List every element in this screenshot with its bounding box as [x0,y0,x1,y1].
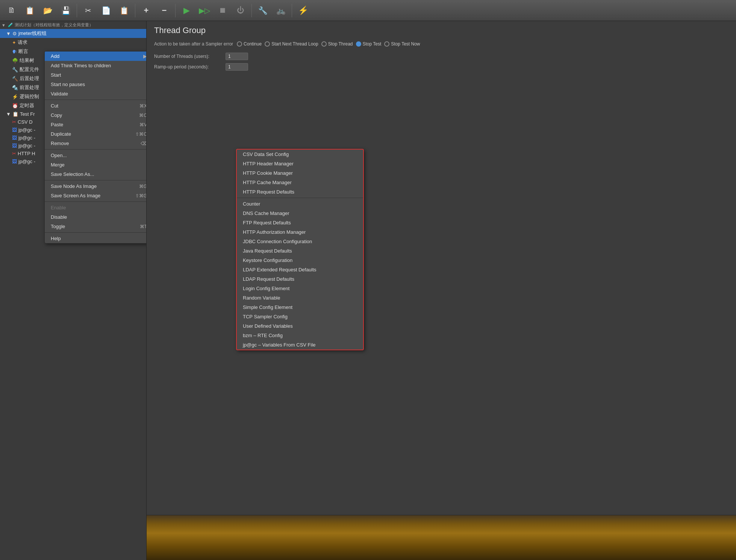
root-icon: 🧪 [8,23,13,27]
config-http-cache[interactable]: HTTP Cache Manager [237,178,363,187]
context-menu-add[interactable]: Add ▶ [45,51,147,61]
radio-label-stop-thread: Stop Thread [328,41,353,47]
tree-item-jmeter[interactable]: ▼ ⚙ jmeter线程组 [0,29,146,38]
context-menu-remove[interactable]: Remove ⌫ [45,139,147,148]
expand-button[interactable]: + [138,2,155,19]
context-menu-help[interactable]: Help [45,234,147,243]
radio-label-start-next: Start Next Thread Loop [271,41,318,47]
clear-all-button[interactable]: 🚲 [272,2,289,19]
radio-stop-test[interactable]: Stop Test [356,41,382,47]
config-dns-cache[interactable]: DNS Cache Manager [237,209,363,218]
ramp-up-input[interactable] [226,63,248,71]
expand-icon: ▼ [6,111,11,117]
config-simple[interactable]: Simple Config Element [237,303,363,312]
context-menu-add-think-times[interactable]: Add Think Times to children [45,61,147,70]
context-menu-disable[interactable]: Disable [45,212,147,222]
radio-circle-continue [237,41,242,47]
clear-button[interactable]: 🔧 [254,2,271,19]
config-ldap-defaults[interactable]: LDAP Request Defaults [237,274,363,284]
config-http-cookie[interactable]: HTTP Cookie Manager [237,168,363,178]
context-menu: Add ▶ Add Think Times to children Start … [44,51,147,244]
num-threads-label: Number of Threads (users): [154,54,222,59]
item-label: 后置处理 [20,75,39,82]
main-layout: ▼ 🧪 测试计划（对线程组有效，定义全局变量） ▼ ⚙ jmeter线程组 ✦ … [0,21,736,560]
expand-icon: ▼ [6,31,11,36]
cut-button[interactable]: ✂ [79,2,97,19]
item-label: 结果树 [20,57,34,64]
paste-button[interactable]: 📋 [115,2,133,19]
run-button[interactable]: ▶ [178,2,195,19]
item-icon: ⚙ [12,31,17,36]
save-button[interactable]: 💾 [57,2,74,19]
stop-button[interactable]: ⏹ [214,2,231,19]
config-jpgc-csv[interactable]: jp@gc – Variables From CSV File [237,340,363,350]
shutdown-button[interactable]: ⏻ [232,2,249,19]
radio-continue[interactable]: Continue [237,41,262,47]
run-no-pause-button[interactable]: ▶▷ [196,2,213,19]
item-icon: ✂ [12,151,16,156]
item-icon: 🔩 [12,85,18,91]
separator5 [45,232,147,233]
context-menu-start-no-pauses[interactable]: Start no pauses [45,80,147,89]
config-user-variables[interactable]: User Defined Variables [237,321,363,331]
context-menu-open[interactable]: Open... [45,151,147,160]
config-counter[interactable]: Counter [237,199,363,209]
item-label: jp@gc - [18,143,35,148]
open-button[interactable]: 📂 [39,2,56,19]
config-bzm-rte[interactable]: bzm – RTE Config [237,331,363,340]
tree-item-0[interactable]: ✦ 请求 [0,38,146,47]
item-label: 前置处理 [20,84,39,91]
new-button[interactable]: 🗎 [3,2,20,19]
context-menu-toggle[interactable]: Toggle ⌘T [45,222,147,231]
radio-start-next[interactable]: Start Next Thread Loop [265,41,318,47]
separator-5 [292,4,292,17]
radio-label-stop-test-now: Stop Test Now [391,41,420,47]
config-login[interactable]: Login Config Element [237,284,363,293]
context-menu-validate[interactable]: Validate [45,89,147,98]
item-icon: ⚡ [12,94,18,100]
radio-stop-thread[interactable]: Stop Thread [321,41,353,47]
config-java-defaults[interactable]: Java Request Defaults [237,246,363,256]
search-button[interactable]: ⚡ [294,2,312,19]
context-menu-start[interactable]: Start [45,70,147,80]
template-button[interactable]: 📋 [21,2,38,19]
item-label: 逻辑控制 [20,93,39,100]
collapse-button[interactable]: − [156,2,173,19]
tree-root[interactable]: ▼ 🧪 测试计划（对线程组有效，定义全局变量） [0,21,146,29]
item-icon: 🗣 [12,49,17,54]
context-menu-merge[interactable]: Merge [45,160,147,170]
context-menu-cut[interactable]: Cut ⌘X [45,101,147,110]
item-icon: ✂ [12,119,16,125]
item-label: CSV D [18,119,33,125]
add-arrow: ▶ [143,53,147,59]
radio-label-continue: Continue [244,41,262,47]
root-label: 测试计划（对线程组有效，定义全局变量） [15,22,93,28]
context-menu-copy[interactable]: Copy ⌘C [45,110,147,120]
radio-stop-test-now[interactable]: Stop Test Now [384,41,420,47]
context-menu-save-screen-image[interactable]: Save Screen As Image ⇧⌘G [45,191,147,200]
copy-button[interactable]: 📄 [97,2,115,19]
config-ldap-extended[interactable]: LDAP Extended Request Defaults [237,265,363,274]
context-menu-save-node-image[interactable]: Save Node As Image ⌘G [45,182,147,191]
context-menu-paste[interactable]: Paste ⌘V [45,120,147,129]
context-menu-duplicate[interactable]: Duplicate ⇧⌘C [45,129,147,139]
config-jdbc[interactable]: JDBC Connection Configuration [237,237,363,246]
config-tcp[interactable]: TCP Sampler Config [237,312,363,321]
context-menu-save-selection[interactable]: Save Selection As... [45,170,147,179]
on-error-label: Action to be taken after a Sampler error [154,41,233,47]
on-error-row: Action to be taken after a Sampler error… [154,41,728,47]
config-http-request-defaults[interactable]: HTTP Request Defaults [237,187,363,197]
config-http-auth[interactable]: HTTP Authorization Manager [237,227,363,237]
config-http-header[interactable]: HTTP Header Manager [237,159,363,168]
item-icon: 🔨 [12,76,18,82]
num-threads-input[interactable] [226,53,248,60]
item-icon: ⏰ [12,103,18,109]
num-threads-row: Number of Threads (users): [154,53,728,60]
separator-4 [251,4,252,17]
right-panel: Thread Group Action to be taken after a … [147,21,736,560]
config-ftp-defaults[interactable]: FTP Request Defaults [237,218,363,227]
config-random-variable[interactable]: Random Variable [237,293,363,303]
config-keystore[interactable]: Keystore Configuration [237,256,363,265]
config-csv-data-set[interactable]: CSV Data Set Config [237,150,363,159]
item-icon: 🖼 [12,159,17,164]
